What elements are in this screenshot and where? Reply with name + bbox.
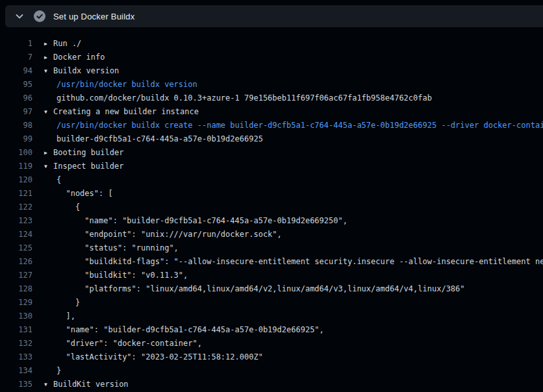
log-text: "name": "builder-d9cfb5a1-c764-445a-a57e… [57,216,347,225]
line-number[interactable]: 97 [0,105,32,119]
log-row[interactable]: 119 ▼Inspect builder [0,160,543,173]
line-number[interactable]: 126 [0,255,32,269]
log-text: "lastActivity": "2023-02-25T11:58:12.000… [57,352,263,361]
log-text: /usr/bin/docker buildx version [57,80,197,89]
log-row: 124 "endpoint": "unix:///var/run/docker.… [0,228,543,241]
line-number[interactable]: 100 [0,146,32,160]
log-row: 96 github.com/docker/buildx 0.10.3+azure… [0,92,543,105]
triangle-expanded-icon: ▼ [44,160,53,173]
log-row[interactable]: 7 ▶Docker info [0,51,543,64]
line-number[interactable]: 125 [0,241,32,255]
log-row: 95 /usr/bin/docker buildx version [0,78,543,92]
log-text: "platforms": "linux/amd64,linux/amd64/v2… [57,284,465,293]
log-row: 126 "buildkitd-flags": "--allow-insecure… [0,255,543,269]
line-number[interactable]: 96 [0,92,32,105]
log-text: ], [57,312,75,321]
log-row: 134 } [0,364,543,378]
log-row[interactable]: 1 ▶Run ./ [0,37,543,51]
log-text: } [57,366,61,375]
log-text: builder-d9cfb5a1-c764-445a-a57e-0b19d2e6… [57,134,263,143]
line-number[interactable]: 132 [0,337,32,350]
line-number[interactable]: 95 [0,78,32,92]
line-number[interactable]: 128 [0,282,32,296]
line-number[interactable]: 127 [0,269,32,282]
line-number[interactable]: 119 [0,160,32,173]
log-row: 125 "status": "running", [0,241,543,255]
log-text: { [57,202,80,212]
log-text: } [57,298,80,307]
log-text: Buildx version [53,66,119,75]
log-row[interactable]: 97 ▼Creating a new builder instance [0,105,543,119]
line-number[interactable]: 94 [0,64,32,78]
log-row: 121 "nodes": [ [0,187,543,201]
log-text: { [57,175,61,184]
line-number[interactable]: 120 [0,173,32,187]
line-number[interactable]: 135 [0,378,32,391]
log-text: github.com/docker/buildx 0.10.3+azure-1 … [57,93,432,103]
step-header[interactable]: Set up Docker Buildx [5,5,543,27]
triangle-collapsed-icon: ▶ [44,146,53,160]
log-text: "name": "builder-d9cfb5a1-c764-445a-a57e… [57,325,324,334]
step-title: Set up Docker Buildx [53,12,134,21]
line-number[interactable]: 124 [0,228,32,241]
log-text: "nodes": [ [57,189,113,198]
log-text: Booting builder [53,148,123,157]
log-row: 132 "driver": "docker-container", [0,337,543,350]
line-number[interactable]: 99 [0,132,32,146]
log-text: "driver": "docker-container", [57,339,202,348]
log-text: "endpoint": "unix:///var/run/docker.sock… [57,230,282,239]
log-row: 123 "name": "builder-d9cfb5a1-c764-445a-… [0,214,543,228]
log-text: Inspect builder [53,162,123,171]
log-row: 98 /usr/bin/docker buildx create --name … [0,119,543,132]
line-number[interactable]: 133 [0,350,32,364]
triangle-collapsed-icon: ▶ [44,51,53,64]
triangle-expanded-icon: ▼ [44,64,53,78]
log-text: "buildkitd-flags": "--allow-insecure-ent… [57,257,543,266]
log-text: Run ./ [53,39,81,48]
log-row: 129 } [0,296,543,310]
log-row: 131 "name": "builder-d9cfb5a1-c764-445a-… [0,323,543,337]
line-number[interactable]: 130 [0,310,32,323]
log-viewer: 1 ▶Run ./ 7 ▶Docker info 94 ▼Buildx vers… [0,27,543,392]
line-number[interactable]: 131 [0,323,32,337]
triangle-expanded-icon: ▼ [44,378,53,391]
line-number[interactable]: 134 [0,364,32,378]
chevron-down-icon[interactable] [14,11,25,21]
log-row[interactable]: 100 ▶Booting builder [0,146,543,160]
log-row[interactable]: 94 ▼Buildx version [0,64,543,78]
log-row[interactable]: 135 ▼BuildKit version [0,378,543,391]
log-text: "buildkit": "v0.11.3", [57,271,188,280]
triangle-expanded-icon: ▼ [44,105,53,119]
log-row: 128 "platforms": "linux/amd64,linux/amd6… [0,282,543,296]
triangle-collapsed-icon: ▶ [44,37,53,51]
log-row: 127 "buildkit": "v0.11.3", [0,269,543,282]
log-row: 99 builder-d9cfb5a1-c764-445a-a57e-0b19d… [0,132,543,146]
line-number[interactable]: 123 [0,214,32,228]
log-row: 133 "lastActivity": "2023-02-25T11:58:12… [0,350,543,364]
line-number[interactable]: 122 [0,201,32,214]
log-text: Creating a new builder instance [53,107,199,116]
log-text: BuildKit version [53,380,129,389]
line-number[interactable]: 129 [0,296,32,310]
log-row: 130 ], [0,310,543,323]
log-row: 120 { [0,173,543,187]
log-text: Docker info [53,53,105,62]
check-circle-icon [34,10,45,22]
log-text: "status": "running", [57,243,179,252]
line-number[interactable]: 1 [0,37,32,51]
line-number[interactable]: 121 [0,187,32,201]
log-row: 122 { [0,201,543,214]
log-text: /usr/bin/docker buildx create --name bui… [57,121,543,130]
line-number[interactable]: 7 [0,51,32,64]
line-number[interactable]: 98 [0,119,32,132]
